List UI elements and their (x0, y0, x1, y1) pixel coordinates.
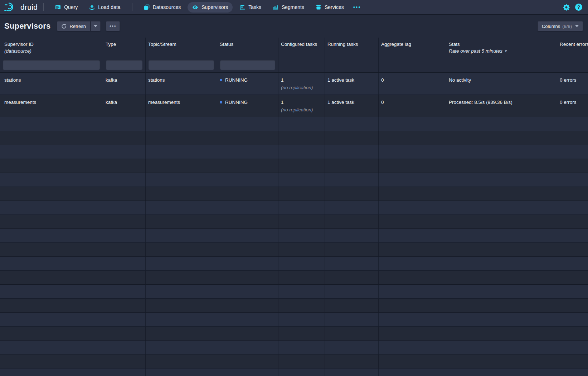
empty-cell (325, 257, 379, 270)
empty-cell (325, 368, 379, 376)
empty-cell (446, 117, 557, 131)
empty-cell (146, 243, 217, 256)
empty-cell (278, 145, 325, 159)
filter-supervisor-id-input[interactable] (3, 60, 100, 70)
empty-cell (379, 299, 446, 312)
druid-logo-icon (4, 2, 17, 13)
nav-item-services[interactable]: Services (311, 2, 349, 12)
empty-cell (0, 368, 103, 376)
empty-cell (446, 243, 557, 256)
empty-cell (278, 117, 325, 131)
empty-cell (217, 145, 278, 159)
empty-cell (0, 327, 103, 340)
recent-errors-cell: 0 errors (557, 73, 588, 95)
empty-cell (146, 173, 217, 187)
filter-status-input[interactable] (220, 60, 275, 70)
empty-cell (217, 173, 278, 187)
supervisor-row-stations[interactable]: stations kafka stations RUNNING 1 (no re… (0, 73, 588, 95)
column-header-configured-tasks[interactable]: Configured tasks (278, 38, 325, 57)
empty-cell (557, 313, 588, 326)
brand-text: druid (20, 3, 38, 11)
supervisor-id-cell: measurements (0, 95, 103, 117)
empty-cell (446, 271, 557, 284)
nav-item-query[interactable]: Query (50, 2, 82, 12)
empty-cell (278, 355, 325, 368)
empty-cell (146, 229, 217, 242)
empty-cell (557, 131, 588, 145)
empty-cell (217, 355, 278, 368)
empty-cell (0, 215, 103, 228)
empty-cell (278, 285, 325, 298)
empty-cell (103, 131, 146, 145)
empty-cell (379, 243, 446, 256)
nav-item-tasks[interactable]: Tasks (235, 2, 266, 12)
empty-cell (217, 243, 278, 256)
page-title: Supervisors (4, 21, 50, 31)
empty-cell (325, 187, 379, 201)
druid-brand[interactable]: druid (4, 2, 38, 13)
empty-cell (325, 299, 379, 312)
empty-row (0, 201, 588, 215)
empty-row (0, 131, 588, 145)
empty-cell (557, 327, 588, 340)
console-icon (55, 4, 61, 10)
nav-item-datasources[interactable]: Datasources (139, 2, 186, 12)
empty-row (0, 229, 588, 243)
empty-cell (278, 313, 325, 326)
settings-gear-icon[interactable] (563, 4, 570, 11)
filter-type-input[interactable] (106, 60, 142, 70)
empty-cell (103, 368, 146, 376)
stats-rate-dropdown[interactable]: Rate over past 5 minutes ▾ (449, 48, 554, 54)
empty-cell (557, 257, 588, 270)
empty-cell (379, 159, 446, 173)
empty-cell (217, 229, 278, 242)
empty-cell (379, 313, 446, 326)
empty-cell (103, 243, 146, 256)
refresh-button[interactable]: Refresh (57, 21, 90, 31)
empty-cell (446, 201, 557, 214)
nav-item-supervisors[interactable]: Supervisors (188, 2, 233, 13)
empty-cell (446, 229, 557, 242)
empty-cell (0, 145, 103, 159)
help-icon[interactable]: ? (575, 4, 582, 11)
status-running-dot (220, 101, 222, 103)
column-header-running-tasks[interactable]: Running tasks (325, 38, 379, 57)
empty-cell (146, 257, 217, 270)
empty-cell (446, 145, 557, 159)
empty-cell (379, 145, 446, 159)
empty-cell (103, 355, 146, 368)
empty-cell (446, 257, 557, 270)
empty-cell (325, 201, 379, 214)
empty-row (0, 355, 588, 368)
page-more-button[interactable]: ••• (106, 21, 120, 31)
column-header-recent-errors[interactable]: Recent errors (557, 38, 588, 57)
columns-dropdown-button[interactable]: Columns (9/9) (538, 21, 583, 31)
column-header-stats[interactable]: Stats Rate over past 5 minutes ▾ (446, 38, 557, 57)
empty-cell (0, 229, 103, 242)
empty-cell (146, 368, 217, 376)
nav-more-button[interactable]: ••• (350, 3, 365, 11)
column-header-type[interactable]: Type (103, 38, 146, 57)
table-header-row: Supervisor ID (datasource) Type Topic/St… (0, 38, 588, 57)
supervisor-row-measurements[interactable]: measurements kafka measurements RUNNING … (0, 95, 588, 117)
nav-divider (132, 3, 132, 11)
column-header-supervisor-id[interactable]: Supervisor ID (datasource) (0, 38, 103, 57)
empty-cell (446, 341, 557, 354)
nav-item-segments[interactable]: Segments (268, 2, 309, 12)
table-body: stations kafka stations RUNNING 1 (no re… (0, 73, 588, 376)
replication-note: (no replication) (281, 107, 322, 113)
column-header-aggregate-lag[interactable]: Aggregate lag (379, 38, 446, 57)
filter-topic-stream-input[interactable] (149, 60, 214, 70)
empty-cell (103, 285, 146, 298)
refresh-interval-dropdown-button[interactable] (91, 21, 101, 31)
empty-cell (557, 187, 588, 201)
nav-item-load-data[interactable]: Load data (84, 2, 125, 12)
filter-cell (379, 57, 446, 72)
empty-cell (379, 257, 446, 270)
column-header-status[interactable]: Status (217, 38, 278, 57)
column-header-topic-stream[interactable]: Topic/Stream (146, 38, 217, 57)
empty-cell (217, 159, 278, 173)
empty-cell (446, 355, 557, 368)
layers-icon (144, 4, 150, 10)
type-cell: kafka (103, 95, 146, 117)
